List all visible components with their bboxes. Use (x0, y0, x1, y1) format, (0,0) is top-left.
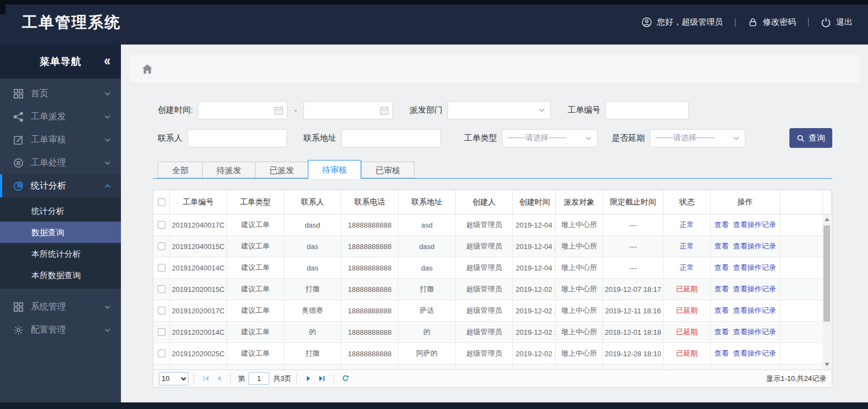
calendar-icon[interactable] (274, 106, 284, 115)
row-select-cell (153, 214, 170, 235)
sidebar-item-label: 工单派发 (31, 111, 66, 123)
address-label: 联系地址 (303, 133, 336, 143)
view-log-link[interactable]: 查看操作记录 (733, 327, 776, 337)
scrollbar-thumb[interactable] (823, 225, 830, 322)
sidebar-item-stats[interactable]: 统计分析 (0, 174, 121, 197)
cell-created: 2019-12-04 15 (513, 257, 556, 278)
tab-1[interactable]: 待派发 (202, 162, 255, 178)
home-icon[interactable] (142, 64, 153, 74)
view-link[interactable]: 查看 (715, 263, 729, 273)
refresh-button[interactable] (341, 374, 350, 383)
logout-link[interactable]: 退出 (821, 17, 853, 27)
view-log-link[interactable]: 查看操作记录 (733, 220, 776, 230)
date-separator: - (294, 106, 297, 115)
contact-input[interactable] (187, 129, 287, 147)
tab-4[interactable]: 已审核 (361, 162, 414, 178)
tab-3[interactable]: 待审核 (308, 160, 361, 179)
table-scrollbar[interactable] (822, 214, 831, 369)
row-checkbox[interactable] (158, 285, 165, 293)
prev-page-button[interactable] (214, 374, 223, 383)
scroll-down-icon[interactable] (822, 361, 831, 368)
calendar-icon[interactable] (379, 106, 389, 115)
column-header: 创建时间 (513, 190, 556, 214)
row-checkbox[interactable] (158, 242, 165, 250)
cell-phone: 18888888888 (341, 300, 399, 321)
row-checkbox[interactable] (158, 350, 165, 357)
cell-address: 阿萨的 (399, 343, 456, 364)
view-link[interactable]: 查看 (715, 327, 729, 337)
cell-address: dasd (399, 236, 456, 257)
row-checkbox[interactable] (158, 264, 165, 272)
cell-type: 建议工单 (227, 236, 284, 257)
sidebar-item-process[interactable]: 工单处理 (0, 151, 121, 174)
view-log-link[interactable]: 查看操作记录 (733, 349, 776, 358)
grid-icon (13, 89, 24, 99)
cell-contact: das (284, 257, 341, 278)
cell-type: 建议工单 (227, 257, 284, 278)
lock-icon (748, 17, 758, 27)
status-badge: 已延期 (664, 322, 711, 342)
select-all-checkbox[interactable] (158, 198, 165, 206)
first-page-button[interactable] (201, 374, 210, 383)
sidebar-item-label: 首页 (31, 88, 48, 100)
view-link[interactable]: 查看 (715, 306, 729, 316)
cell-created: 2019-12-04 15 (513, 236, 556, 257)
delay-select[interactable]: -------请选择------- (650, 129, 745, 147)
cell-actions: 查看查看操作记录 (711, 300, 780, 321)
next-page-button[interactable] (304, 374, 313, 383)
row-filler (780, 322, 822, 342)
order-no-label: 工单编号 (567, 105, 600, 115)
sidebar-item-home[interactable]: 首页 (0, 82, 121, 105)
status-badge: 已延期 (664, 300, 711, 321)
sidebar-item-system[interactable]: 系统管理 (0, 295, 121, 318)
sidebar-item-review[interactable]: 工单审核 (0, 128, 121, 151)
page-size-select[interactable]: 10 (159, 372, 189, 385)
view-link[interactable]: 查看 (715, 241, 729, 251)
row-select-cell (153, 257, 170, 278)
view-link[interactable]: 查看 (715, 349, 729, 358)
row-filler (780, 257, 822, 278)
window-edge-top (0, 0, 868, 4)
cell-created: 2019-12-04 15 (513, 214, 556, 235)
row-select-cell (153, 364, 170, 369)
view-link[interactable]: 查看 (715, 220, 729, 230)
row-checkbox[interactable] (158, 328, 165, 336)
record-summary: 显示1-10,共24记录 (766, 374, 826, 384)
submenu-item-data-query[interactable]: 数据查询 (0, 222, 121, 243)
last-page-button[interactable] (317, 374, 326, 383)
submenu-item-stats-analysis[interactable]: 统计分析 (0, 200, 121, 222)
view-log-link[interactable]: 查看操作记录 (733, 284, 776, 294)
column-header: 联系地址 (399, 190, 456, 214)
table-row: 201912040017C建议工单dasd18888888888asd超级管理员… (153, 214, 822, 236)
order-type-select[interactable]: -------请选择------- (502, 129, 598, 147)
chevron-down-icon (733, 135, 740, 142)
page-number-input[interactable] (248, 372, 269, 385)
search-button[interactable]: 查询 (789, 128, 832, 148)
pager-divider (296, 374, 297, 383)
sidebar-collapse-button[interactable]: « (104, 52, 111, 69)
submenu-item-branch-stats[interactable]: 本所统计分析 (0, 243, 121, 264)
view-log-link[interactable]: 查看操作记录 (733, 306, 776, 316)
cell-address: asd (399, 214, 456, 235)
change-password-link[interactable]: 修改密码 (748, 17, 796, 27)
dispatch-dept-select[interactable] (447, 101, 551, 119)
cell-deadline: --- (603, 257, 664, 278)
address-input[interactable] (341, 129, 441, 147)
sidebar-item-label: 配置管理 (31, 324, 66, 336)
row-checkbox[interactable] (158, 221, 165, 229)
sidebar-item-config[interactable]: 配置管理 (0, 318, 121, 341)
tab-0[interactable]: 全部 (158, 162, 202, 178)
row-checkbox[interactable] (158, 307, 165, 314)
cell-type: 建议工单 (227, 343, 284, 364)
view-link[interactable]: 查看 (715, 284, 729, 294)
view-log-link[interactable]: 查看操作记录 (733, 263, 776, 273)
submenu-item-branch-query[interactable]: 本所数据查询 (0, 264, 121, 286)
order-no-input[interactable] (605, 101, 689, 119)
tab-2[interactable]: 已派发 (255, 162, 308, 178)
scroll-up-icon[interactable] (822, 215, 831, 223)
row-filler (780, 300, 822, 321)
cell-phone: 18888888888 (341, 214, 399, 235)
sidebar-item-dispatch[interactable]: 工单派发 (0, 105, 121, 128)
grid-icon (13, 302, 24, 312)
view-log-link[interactable]: 查看操作记录 (733, 241, 776, 251)
